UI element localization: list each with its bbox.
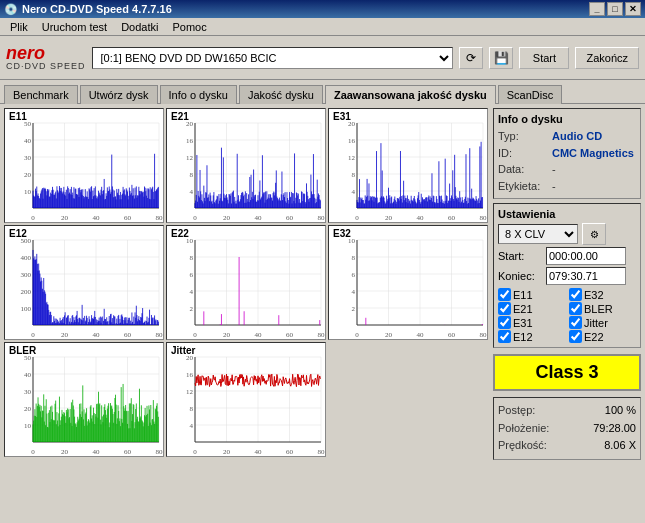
- info-data-row: Data: -: [498, 161, 636, 178]
- start-button[interactable]: Start: [519, 47, 569, 69]
- cb-e32[interactable]: [569, 288, 582, 301]
- chart-e21-title: E21: [171, 111, 189, 122]
- settings-icon-btn[interactable]: ⚙: [582, 223, 606, 245]
- info-typ-value: Audio CD: [552, 128, 602, 145]
- chart-e21: E21: [166, 108, 326, 223]
- cb-e12-row: E12: [498, 330, 565, 343]
- cb-e21-label: E21: [513, 303, 533, 315]
- menu-plik[interactable]: Plik: [4, 20, 34, 34]
- info-id-value: CMC Magnetics: [552, 145, 634, 162]
- minimize-button[interactable]: _: [589, 2, 605, 16]
- menu-uruchom-test[interactable]: Uruchom test: [36, 20, 113, 34]
- tab-info-o-dysku[interactable]: Info o dysku: [160, 85, 237, 104]
- chart-jitter: Jitter: [166, 342, 326, 457]
- menu-dodatki[interactable]: Dodatki: [115, 20, 164, 34]
- cb-e22[interactable]: [569, 330, 582, 343]
- koniec-time-row: Koniec:: [498, 267, 636, 285]
- chart-e12-title: E12: [9, 228, 27, 239]
- chart-empty: [328, 342, 488, 457]
- close-button[interactable]: ✕: [625, 2, 641, 16]
- info-typ-label: Typ:: [498, 128, 548, 145]
- cb-e12[interactable]: [498, 330, 511, 343]
- settings-box: Ustawienia 8 X CLV ⚙ Start: Koniec: E11: [493, 203, 641, 348]
- predkosc-row: Prędkość: 8.06 X: [498, 437, 636, 455]
- tab-jakosc-dysku[interactable]: Jakość dysku: [239, 85, 323, 104]
- info-id-row: ID: CMC Magnetics: [498, 145, 636, 162]
- tab-scandisc[interactable]: ScanDisc: [498, 85, 562, 104]
- cb-jitter-label: Jitter: [584, 317, 608, 329]
- nero-brand: nero: [6, 44, 86, 62]
- info-etykieta-label: Etykieta:: [498, 178, 548, 195]
- nero-speed-brand: CD·DVD SPEED: [6, 62, 86, 71]
- info-box: Info o dysku Typ: Audio CD ID: CMC Magne…: [493, 108, 641, 199]
- cb-bler-row: BLER: [569, 302, 636, 315]
- info-etykieta-value: -: [552, 178, 556, 195]
- polozenie-label: Położenie:: [498, 420, 549, 438]
- main-content: E11 E21 E31 E12 E22 E32 BLER: [0, 103, 645, 520]
- info-box-title: Info o dysku: [498, 113, 636, 125]
- save-button[interactable]: 💾: [489, 47, 513, 69]
- postep-row: Postęp: 100 %: [498, 402, 636, 420]
- class-box: Class 3: [493, 354, 641, 391]
- postep-label: Postęp:: [498, 402, 535, 420]
- refresh-button[interactable]: ⟳: [459, 47, 483, 69]
- cb-e21[interactable]: [498, 302, 511, 315]
- chart-jitter-title: Jitter: [171, 345, 195, 356]
- predkosc-value: 8.06 X: [604, 437, 636, 455]
- tab-bar: Benchmark Utwórz dysk Info o dysku Jakoś…: [0, 80, 645, 103]
- title-bar: 💿 Nero CD-DVD Speed 4.7.7.16 _ □ ✕: [0, 0, 645, 18]
- app-icon: 💿: [4, 3, 18, 16]
- title-bar-controls[interactable]: _ □ ✕: [589, 2, 641, 16]
- settings-title: Ustawienia: [498, 208, 636, 220]
- menu-bar: Plik Uruchom test Dodatki Pomoc: [0, 18, 645, 36]
- cb-e21-row: E21: [498, 302, 565, 315]
- menu-pomoc[interactable]: Pomoc: [166, 20, 212, 34]
- chart-e11: E11: [4, 108, 164, 223]
- start-label: Start:: [498, 250, 542, 262]
- cb-e31-label: E31: [513, 317, 533, 329]
- title-bar-title: 💿 Nero CD-DVD Speed 4.7.7.16: [4, 3, 172, 16]
- chart-e11-title: E11: [9, 111, 27, 122]
- info-data-value: -: [552, 161, 556, 178]
- cb-e32-row: E32: [569, 288, 636, 301]
- speed-select[interactable]: 8 X CLV: [498, 224, 578, 244]
- stop-button[interactable]: Zakończ: [575, 47, 639, 69]
- chart-e12: E12: [4, 225, 164, 340]
- chart-e31-title: E31: [333, 111, 351, 122]
- info-id-label: ID:: [498, 145, 548, 162]
- cb-e31[interactable]: [498, 316, 511, 329]
- koniec-label: Koniec:: [498, 270, 542, 282]
- chart-e22-title: E22: [171, 228, 189, 239]
- cb-e11-label: E11: [513, 289, 533, 301]
- chart-bler: BLER: [4, 342, 164, 457]
- cb-e31-row: E31: [498, 316, 565, 329]
- cb-e22-label: E22: [584, 331, 604, 343]
- cb-jitter[interactable]: [569, 316, 582, 329]
- tab-benchmark[interactable]: Benchmark: [4, 85, 78, 104]
- predkosc-label: Prędkość:: [498, 437, 547, 455]
- charts-area: E11 E21 E31 E12 E22 E32 BLER: [4, 108, 489, 516]
- chart-bler-title: BLER: [9, 345, 36, 356]
- right-panel: Info o dysku Typ: Audio CD ID: CMC Magne…: [493, 108, 641, 516]
- checkboxes: E11 E32 E21 BLER E31: [498, 288, 636, 343]
- cb-bler[interactable]: [569, 302, 582, 315]
- tab-utworz-dysk[interactable]: Utwórz dysk: [80, 85, 158, 104]
- drive-select[interactable]: [0:1] BENQ DVD DD DW1650 BCIC: [92, 47, 454, 69]
- progress-box: Postęp: 100 % Położenie: 79:28.00 Prędko…: [493, 397, 641, 460]
- cb-e11[interactable]: [498, 288, 511, 301]
- start-time-row: Start:: [498, 247, 636, 265]
- info-etykieta-row: Etykieta: -: [498, 178, 636, 195]
- start-time-input[interactable]: [546, 247, 626, 265]
- cb-e11-row: E11: [498, 288, 565, 301]
- cb-e32-label: E32: [584, 289, 604, 301]
- koniec-time-input[interactable]: [546, 267, 626, 285]
- tab-zaawansowana-jakosc[interactable]: Zaawansowana jakość dysku: [325, 85, 496, 104]
- speed-row: 8 X CLV ⚙: [498, 223, 636, 245]
- chart-e32-title: E32: [333, 228, 351, 239]
- postep-value: 100 %: [605, 402, 636, 420]
- toolbar: nero CD·DVD SPEED [0:1] BENQ DVD DD DW16…: [0, 36, 645, 80]
- maximize-button[interactable]: □: [607, 2, 623, 16]
- chart-e31: E31: [328, 108, 488, 223]
- info-data-label: Data:: [498, 161, 548, 178]
- chart-e22: E22: [166, 225, 326, 340]
